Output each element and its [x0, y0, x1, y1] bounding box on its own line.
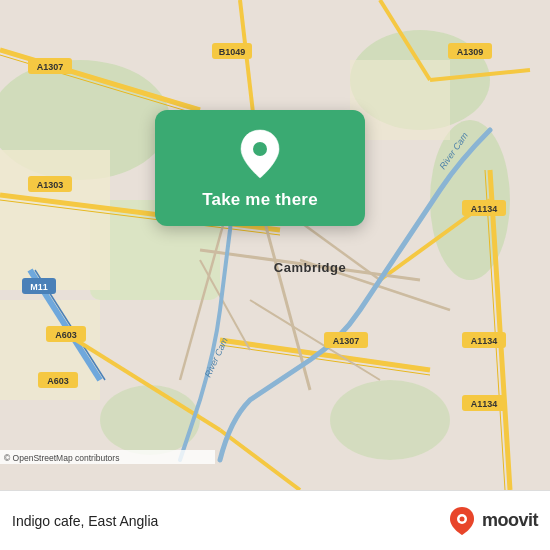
svg-text:Cambridge: Cambridge: [274, 260, 346, 275]
bottom-bar: Indigo cafe, East Anglia moovit: [0, 490, 550, 550]
moovit-wordmark: moovit: [482, 510, 538, 531]
svg-text:A1307: A1307: [333, 336, 360, 346]
svg-text:© OpenStreetMap contributors: © OpenStreetMap contributors: [4, 453, 119, 463]
svg-text:A603: A603: [47, 376, 69, 386]
svg-point-5: [330, 380, 450, 460]
svg-rect-7: [0, 150, 110, 290]
popup-card[interactable]: Take me there: [155, 110, 365, 226]
svg-text:B1049: B1049: [219, 47, 246, 57]
svg-text:A1307: A1307: [37, 62, 64, 72]
location-label: Indigo cafe, East Anglia: [12, 513, 446, 529]
svg-point-64: [459, 516, 464, 521]
svg-text:A603: A603: [55, 330, 77, 340]
svg-text:A1309: A1309: [457, 47, 484, 57]
svg-text:A1134: A1134: [471, 204, 498, 214]
moovit-logo: moovit: [446, 505, 538, 537]
svg-rect-9: [350, 60, 450, 140]
svg-text:A1134: A1134: [471, 399, 498, 409]
location-pin-icon: [234, 128, 286, 180]
map-container: A1307 B1049 A1309 A1303 A1303 A1134 M11 …: [0, 0, 550, 490]
svg-point-62: [253, 142, 267, 156]
svg-text:A1134: A1134: [471, 336, 498, 346]
take-me-there-button[interactable]: Take me there: [202, 190, 318, 210]
svg-text:A1303: A1303: [37, 180, 64, 190]
moovit-icon: [446, 505, 478, 537]
svg-text:M11: M11: [30, 282, 48, 292]
